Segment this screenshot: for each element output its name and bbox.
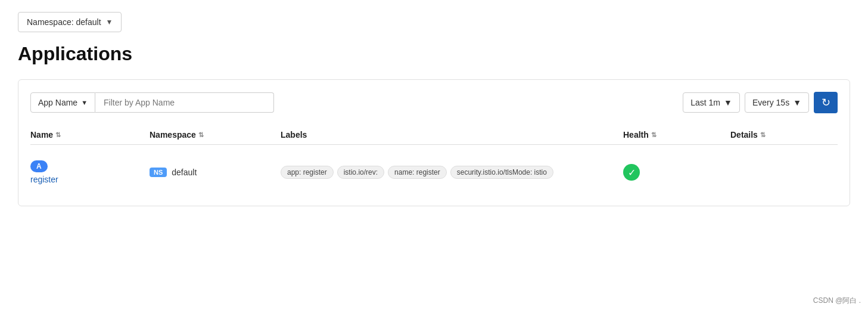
applications-table-container: App Name ▼ Last 1m ▼ Every 15s ▼ ↻ Name … — [18, 79, 850, 206]
namespace-cell: NS default — [150, 168, 281, 177]
col-header-name[interactable]: Name ⇅ — [30, 130, 150, 140]
namespace-label: Namespace: default — [27, 17, 101, 27]
col-header-health[interactable]: Health ⇅ — [623, 130, 730, 140]
ns-name-label: default — [172, 168, 197, 177]
refresh-button[interactable]: ↻ — [814, 92, 838, 113]
col-header-details[interactable]: Details ⇅ — [730, 130, 838, 140]
filter-input[interactable] — [95, 92, 274, 113]
interval-label: Every 15s — [752, 98, 789, 107]
labels-cell: app: register istio.io/rev: name: regist… — [281, 166, 623, 179]
sort-icon-name: ⇅ — [55, 132, 61, 138]
time-range-label: Last 1m — [690, 98, 720, 107]
health-check-icon: ✓ — [623, 164, 640, 181]
namespace-dropdown[interactable]: Namespace: default ▼ — [18, 12, 122, 32]
col-header-labels: Labels — [281, 130, 623, 140]
label-chip: istio.io/rev: — [337, 166, 384, 179]
refresh-icon: ↻ — [822, 96, 830, 109]
time-range-chevron-icon: ▼ — [724, 98, 732, 107]
label-chip: app: register — [281, 166, 334, 179]
app-type-badge: A — [30, 160, 48, 172]
namespace-chevron-icon: ▼ — [106, 18, 113, 26]
ns-type-badge: NS — [150, 168, 167, 177]
interval-chevron-icon: ▼ — [793, 98, 801, 107]
label-chip: security.istio.io/tlsMode: istio — [450, 166, 553, 179]
table-row: A register NS default app: register isti… — [30, 151, 838, 194]
right-controls: Last 1m ▼ Every 15s ▼ ↻ — [683, 92, 838, 113]
app-name-link[interactable]: register — [30, 175, 58, 184]
time-range-dropdown[interactable]: Last 1m ▼ — [683, 92, 740, 113]
health-cell: ✓ — [623, 164, 730, 181]
sort-icon-namespace: ⇅ — [198, 132, 204, 138]
label-chip: name: register — [388, 166, 447, 179]
table-header: Name ⇅ Namespace ⇅ Labels Health ⇅ Detai… — [30, 125, 838, 145]
page-title: Applications — [18, 43, 850, 65]
interval-dropdown[interactable]: Every 15s ▼ — [745, 92, 809, 113]
filter-type-chevron-icon: ▼ — [81, 99, 88, 106]
toolbar: App Name ▼ Last 1m ▼ Every 15s ▼ ↻ — [30, 92, 838, 113]
filter-type-label: App Name — [38, 98, 77, 107]
sort-icon-health: ⇅ — [651, 132, 657, 138]
sort-icon-details: ⇅ — [760, 132, 766, 138]
app-name-cell: A register — [30, 160, 150, 184]
filter-group: App Name ▼ — [30, 92, 683, 113]
col-header-namespace[interactable]: Namespace ⇅ — [150, 130, 281, 140]
filter-type-dropdown[interactable]: App Name ▼ — [30, 92, 95, 113]
